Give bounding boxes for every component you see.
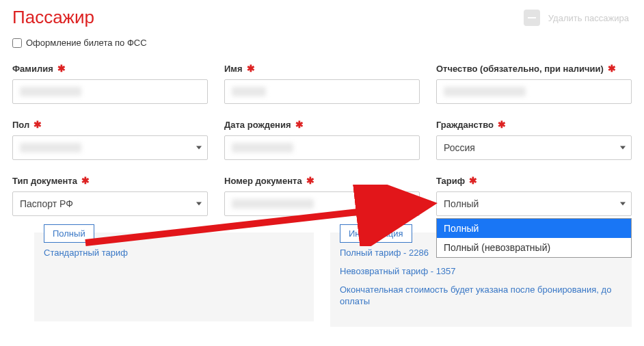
patronymic-label: Отчество (обязательно, при наличии)✱	[436, 63, 632, 74]
fss-label: Оформление билета по ФСС	[26, 38, 147, 48]
chevron-down-icon	[196, 202, 202, 206]
gender-select[interactable]	[12, 135, 208, 160]
chevron-down-icon	[196, 146, 202, 150]
required-icon: ✱	[306, 175, 314, 186]
tariff-tab-full[interactable]: Полный	[44, 224, 94, 243]
price-note: Окончательная стоимость будет указана по…	[340, 284, 622, 308]
required-icon: ✱	[247, 63, 255, 74]
nonrefundable-tariff-price[interactable]: Невозвратный тариф - 1357	[340, 266, 622, 278]
patronymic-input[interactable]	[436, 79, 632, 104]
tariff-option-nonrefundable[interactable]: Полный (невозвратный)	[437, 238, 631, 257]
fss-checkbox[interactable]	[12, 38, 22, 48]
delete-passenger-label: Удалить пассажира	[548, 13, 629, 23]
name-field: Имя✱	[224, 63, 420, 104]
gender-field: Пол✱	[12, 119, 208, 160]
doc-number-field: Номер документа✱	[224, 175, 420, 216]
tariff-dropdown: Полный Полный (невозвратный)	[436, 218, 632, 258]
citizenship-label: Гражданство✱	[436, 119, 632, 130]
delete-passenger-button[interactable]: Удалить пассажира	[524, 10, 629, 26]
chevron-down-icon	[620, 202, 626, 206]
dob-input[interactable]	[224, 135, 420, 160]
doc-type-value: Паспорт РФ	[20, 198, 73, 209]
required-icon: ✱	[295, 119, 304, 130]
tariff-value: Полный	[444, 198, 479, 209]
tariff-select[interactable]: Полный	[436, 191, 632, 216]
gender-label: Пол✱	[12, 119, 208, 130]
required-icon: ✱	[81, 175, 90, 186]
chevron-down-icon	[620, 146, 626, 150]
required-icon: ✱	[33, 119, 42, 130]
required-icon: ✱	[608, 63, 616, 74]
name-input[interactable]	[224, 79, 420, 104]
doc-type-label: Тип документа✱	[12, 175, 208, 186]
required-icon: ✱	[469, 175, 477, 186]
doc-number-label: Номер документа✱	[224, 175, 420, 186]
name-label: Имя✱	[224, 63, 420, 74]
dob-label: Дата рождения✱	[224, 119, 420, 130]
info-tab[interactable]: Информация	[340, 224, 412, 243]
standard-tariff-link[interactable]: Стандартный тариф	[44, 248, 304, 259]
patronymic-field: Отчество (обязательно, при наличии)✱	[436, 63, 632, 104]
doc-type-select[interactable]: Паспорт РФ	[12, 191, 208, 216]
citizenship-select[interactable]: Россия	[436, 135, 632, 160]
doc-number-input[interactable]	[224, 191, 420, 216]
tariff-info-left: Полный Стандартный тариф	[34, 232, 314, 321]
required-icon: ✱	[57, 63, 66, 74]
citizenship-field: Гражданство✱ Россия	[436, 119, 632, 160]
minus-icon	[524, 10, 540, 26]
surname-field: Фамилия✱	[12, 63, 208, 104]
fss-checkbox-row[interactable]: Оформление билета по ФСС	[12, 38, 632, 48]
tariff-option-full[interactable]: Полный	[437, 219, 631, 238]
citizenship-value: Россия	[444, 142, 475, 153]
dob-field: Дата рождения✱	[224, 119, 420, 160]
doc-type-field: Тип документа✱ Паспорт РФ	[12, 175, 208, 216]
required-icon: ✱	[498, 119, 506, 130]
tariff-label: Тариф✱	[436, 175, 632, 186]
surname-label: Фамилия✱	[12, 63, 208, 74]
tariff-field: Тариф✱ Полный Полный Полный (невозвратны…	[436, 175, 632, 216]
surname-input[interactable]	[12, 79, 208, 104]
